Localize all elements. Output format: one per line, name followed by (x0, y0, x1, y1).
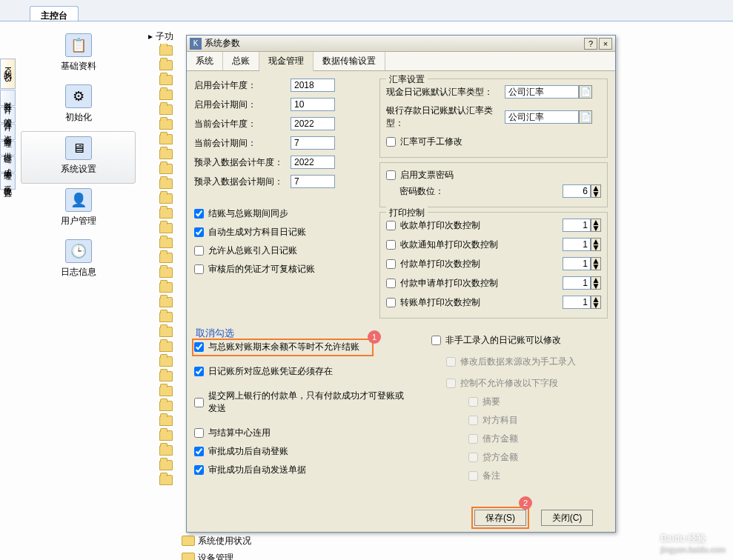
bank-rate-combo[interactable] (505, 110, 579, 124)
folder-icon[interactable] (159, 253, 173, 263)
label: 银行存款日记账默认汇率类型： (386, 104, 505, 130)
spinner-buttons[interactable]: ▲▼ (591, 276, 601, 290)
folder-icon[interactable] (159, 164, 173, 174)
folder-icon[interactable] (159, 238, 173, 248)
spinner-buttons[interactable]: ▲▼ (591, 219, 601, 232)
chk-sync-period[interactable] (194, 209, 204, 219)
side-tab-mgmt-acct[interactable]: 管理会计 (0, 107, 16, 123)
spinner-buttons[interactable]: ▲▼ (591, 296, 601, 309)
cheque-group: 启用支票密码 密码数位：▲▼ (379, 162, 608, 207)
folder-icon[interactable] (159, 356, 173, 367)
folder-icon[interactable] (159, 416, 173, 426)
chk-print-transfer[interactable] (386, 298, 396, 307)
chk-auto-gen-journal[interactable] (194, 227, 204, 237)
side-tab-my-k3[interactable]: 我的K/3 (0, 59, 16, 89)
print-control-group: 打印控制 收款单打印次数控制▲▼ 收款通知单打印次数控制▲▼ 付款单打印次数控制… (379, 212, 608, 319)
help-button[interactable]: ? (584, 38, 597, 50)
tab-system[interactable]: 系统 (187, 52, 223, 70)
tab-data-transfer[interactable]: 数据传输设置 (314, 52, 385, 70)
side-tab-sys[interactable]: 系统设置 (0, 173, 16, 190)
folder-tree (145, 44, 179, 560)
chk-label: 结账与总账期间同步 (208, 207, 288, 220)
print-count-spinner[interactable] (563, 296, 591, 309)
lookup-button[interactable]: 📄 (579, 85, 592, 99)
dialog-titlebar[interactable]: K 系统参数 ? × (187, 36, 615, 52)
spinner-buttons[interactable]: ▲▼ (591, 257, 601, 270)
nav-log[interactable]: 🕒日志信息 (21, 235, 136, 286)
chk-settlement-center[interactable] (194, 428, 204, 438)
folder-icon[interactable] (159, 134, 173, 144)
folder-icon[interactable] (159, 282, 173, 293)
chk-non-manual-editable[interactable] (431, 336, 441, 345)
label: 预录入数据会计期间： (194, 176, 291, 188)
folder-icon[interactable] (159, 430, 173, 441)
print-count-spinner[interactable] (563, 257, 591, 270)
spinner-buttons[interactable]: ▲▼ (591, 238, 601, 251)
folder-icon[interactable] (159, 45, 173, 56)
nav-init[interactable]: ⚙初始化 (21, 80, 136, 131)
chk-auto-send-after-approve[interactable] (194, 465, 204, 475)
folder-icon[interactable] (159, 341, 173, 352)
side-tab-supply[interactable]: 供应链 (0, 141, 16, 156)
folder-icon[interactable] (159, 75, 173, 85)
close-button[interactable]: × (599, 38, 612, 50)
chk-print-payment[interactable] (386, 259, 396, 269)
folder-icon[interactable] (159, 90, 173, 100)
folder-icon[interactable] (159, 401, 173, 411)
chk-field-credit (468, 453, 478, 462)
folder-icon[interactable] (159, 149, 173, 159)
folder-icon[interactable] (159, 327, 173, 337)
spinner-buttons[interactable]: ▲▼ (591, 184, 601, 198)
side-tabs: 我的K/3 财务会计 管理会计 资金管理 供应链 成本管理 系统设置 (0, 59, 16, 190)
chk-label: 付款单打印次数控制 (400, 258, 480, 270)
folder-icon[interactable] (159, 297, 173, 307)
folder-icon[interactable] (159, 193, 173, 204)
print-count-spinner[interactable] (563, 219, 591, 232)
lookup-button[interactable]: 📄 (579, 110, 592, 124)
tree-item-device[interactable]: 设备管理 (182, 552, 251, 560)
chk-allow-import[interactable] (194, 246, 204, 256)
pwd-digits-spinner[interactable] (563, 184, 591, 198)
side-tab-finance[interactable]: 财务会计 (0, 90, 16, 106)
folder-icon[interactable] (159, 223, 173, 233)
side-tab-fund[interactable]: 资金管理 (0, 124, 16, 140)
chk-print-receipt-notice[interactable] (386, 240, 396, 250)
nav-basic-data[interactable]: 📋基础资料 (21, 29, 136, 80)
folder-icon[interactable] (159, 312, 173, 322)
chk-print-receipt[interactable] (386, 221, 396, 230)
folder-icon[interactable] (159, 104, 173, 115)
chk-audit-before-post[interactable] (194, 264, 204, 274)
tree-root[interactable]: 子功 (148, 30, 173, 43)
chk-online-bank-success[interactable] (194, 398, 204, 407)
chk-print-payment-req[interactable] (386, 279, 396, 288)
label: 当前会计期间： (194, 137, 291, 150)
side-tab-cost[interactable]: 成本管理 (0, 156, 16, 173)
print-count-spinner[interactable] (563, 238, 591, 251)
folder-icon[interactable] (159, 460, 173, 470)
folder-icon[interactable] (159, 119, 173, 130)
close-dialog-button[interactable]: 关闭(C) (541, 510, 593, 526)
tab-cash-mgmt[interactable]: 现金管理 (259, 52, 314, 71)
folder-icon[interactable] (159, 475, 173, 485)
nav-system-settings[interactable]: 🖥系统设置 (21, 131, 136, 184)
folder-icon[interactable] (159, 208, 173, 219)
folder-icon[interactable] (159, 267, 173, 278)
chk-manual-rate[interactable] (386, 137, 396, 147)
folder-icon[interactable] (159, 386, 173, 396)
chk-auto-post-after-approve[interactable] (194, 447, 204, 456)
print-count-spinner[interactable] (563, 276, 591, 290)
chk-label: 收款单打印次数控制 (400, 219, 480, 232)
dialog-title: 系统参数 (205, 37, 583, 50)
folder-icon[interactable] (159, 371, 173, 381)
nav-label: 系统设置 (21, 163, 135, 176)
folder-icon[interactable] (159, 60, 173, 70)
folder-icon[interactable] (159, 445, 173, 456)
tree-item-usage[interactable]: 系统使用状况 (182, 535, 251, 547)
nav-user-mgmt[interactable]: 👤用户管理 (21, 184, 136, 235)
folder-icon[interactable] (159, 179, 173, 189)
chk-balance-mismatch-block[interactable] (194, 342, 204, 352)
chk-enable-cheque-pwd[interactable] (386, 170, 396, 180)
tab-ledger[interactable]: 总账 (223, 52, 259, 70)
chk-voucher-must-exist[interactable] (194, 367, 204, 376)
cash-rate-combo[interactable] (505, 85, 579, 99)
